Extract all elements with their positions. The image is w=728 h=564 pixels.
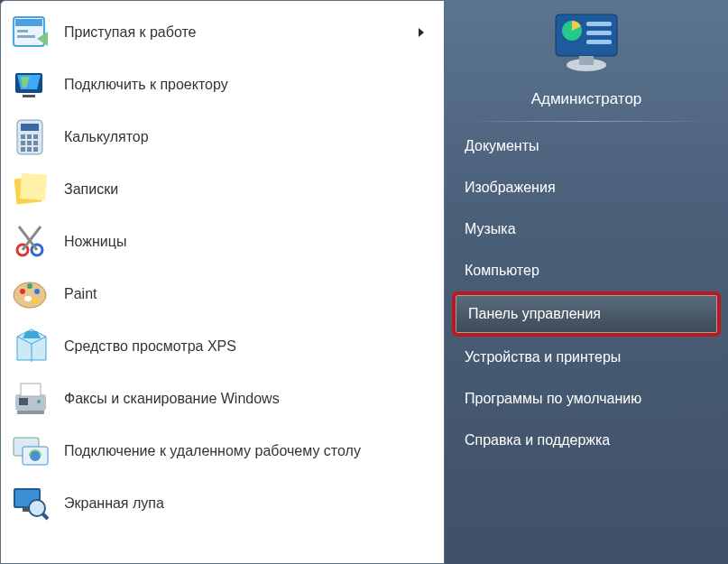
places-item-2[interactable]: Музыка bbox=[445, 208, 728, 250]
svg-rect-47 bbox=[586, 22, 612, 26]
program-item-calculator[interactable]: Калькулятор bbox=[3, 111, 442, 163]
places-item-0[interactable]: Документы bbox=[445, 125, 728, 167]
program-label: Экранная лупа bbox=[64, 495, 435, 512]
svg-rect-7 bbox=[23, 95, 35, 97]
svg-rect-2 bbox=[17, 30, 28, 32]
paint-icon bbox=[10, 273, 51, 315]
program-item-fax-scan[interactable]: Факсы и сканирование Windows bbox=[3, 373, 442, 425]
svg-rect-36 bbox=[17, 411, 44, 414]
svg-rect-51 bbox=[579, 56, 594, 65]
chevron-right-icon bbox=[419, 28, 424, 37]
svg-rect-13 bbox=[21, 141, 25, 145]
svg-point-26 bbox=[20, 289, 25, 294]
svg-rect-14 bbox=[27, 141, 32, 145]
svg-rect-34 bbox=[19, 398, 28, 405]
user-picture-frame bbox=[445, 11, 728, 76]
start-menu: Приступая к работеПодключить к проектору… bbox=[0, 0, 728, 564]
program-item-paint[interactable]: Paint bbox=[3, 268, 442, 320]
svg-rect-3 bbox=[17, 35, 35, 38]
program-label: Приступая к работе bbox=[64, 24, 419, 41]
program-label: Факсы и сканирование Windows bbox=[64, 391, 435, 407]
program-item-sticky-notes[interactable]: Записки bbox=[3, 163, 442, 216]
projector-icon bbox=[10, 64, 51, 106]
svg-rect-15 bbox=[33, 141, 38, 145]
program-label: Записки bbox=[64, 181, 435, 198]
svg-point-35 bbox=[37, 400, 41, 403]
svg-rect-9 bbox=[21, 124, 39, 131]
program-item-remote-desktop[interactable]: Подключение к удаленному рабочему столу bbox=[3, 425, 442, 477]
program-label: Калькулятор bbox=[64, 129, 435, 145]
svg-rect-17 bbox=[27, 147, 32, 152]
programs-panel: Приступая к работеПодключить к проектору… bbox=[0, 0, 445, 564]
svg-rect-11 bbox=[27, 134, 32, 139]
places-item-7[interactable]: Справка и поддержка bbox=[445, 420, 728, 461]
svg-rect-10 bbox=[21, 134, 25, 139]
svg-rect-18 bbox=[33, 147, 38, 152]
fax-scan-icon bbox=[10, 378, 51, 420]
svg-rect-12 bbox=[33, 134, 38, 139]
svg-rect-1 bbox=[15, 19, 42, 26]
calculator-icon bbox=[10, 116, 51, 158]
getting-started-icon bbox=[10, 12, 51, 53]
control-panel-icon bbox=[550, 11, 622, 76]
program-item-snipping-tool[interactable]: Ножницы bbox=[3, 216, 442, 268]
program-label: Ножницы bbox=[64, 234, 435, 250]
program-label: Средство просмотра XPS bbox=[64, 338, 435, 355]
places-item-3[interactable]: Компьютер bbox=[445, 250, 728, 291]
snipping-tool-icon bbox=[10, 221, 51, 263]
svg-point-29 bbox=[32, 298, 38, 303]
svg-rect-16 bbox=[21, 147, 25, 152]
svg-rect-49 bbox=[586, 40, 612, 44]
svg-rect-48 bbox=[586, 31, 612, 35]
program-label: Подключить к проектору bbox=[64, 77, 435, 93]
svg-rect-33 bbox=[21, 384, 41, 396]
sticky-notes-icon bbox=[10, 169, 51, 210]
program-item-xps-viewer[interactable]: Средство просмотра XPS bbox=[3, 320, 442, 373]
program-label: Paint bbox=[64, 286, 435, 302]
svg-point-30 bbox=[24, 296, 32, 301]
program-label: Подключение к удаленному рабочему столу bbox=[64, 443, 435, 459]
xps-viewer-icon bbox=[10, 326, 51, 367]
places-panel: Администратор ДокументыИзображенияМузыка… bbox=[445, 0, 728, 564]
places-item-1[interactable]: Изображения bbox=[445, 167, 728, 208]
program-item-getting-started[interactable]: Приступая к работе bbox=[3, 6, 442, 59]
user-name: Администратор bbox=[445, 90, 728, 108]
places-item-5[interactable]: Устройства и принтеры bbox=[445, 337, 728, 378]
svg-line-44 bbox=[42, 513, 48, 519]
svg-rect-20 bbox=[20, 173, 47, 200]
program-item-projector[interactable]: Подключить к проектору bbox=[3, 59, 442, 111]
divider bbox=[457, 121, 715, 122]
places-item-4[interactable]: Панель управления bbox=[452, 291, 721, 337]
svg-point-27 bbox=[27, 283, 32, 289]
places-item-6[interactable]: Программы по умолчанию bbox=[445, 378, 728, 420]
program-item-magnifier[interactable]: Экранная лупа bbox=[3, 477, 442, 530]
remote-desktop-icon bbox=[10, 430, 51, 472]
svg-point-28 bbox=[34, 289, 40, 294]
magnifier-icon bbox=[10, 483, 51, 524]
